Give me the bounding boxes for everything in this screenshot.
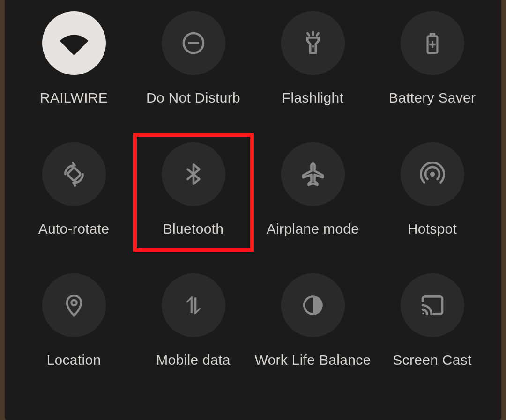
bluetooth-icon — [182, 162, 205, 186]
tile-location[interactable]: Location — [15, 272, 133, 370]
tile-work-life-balance-button[interactable] — [281, 273, 345, 337]
rotate-icon — [61, 161, 87, 187]
tile-wifi-button[interactable] — [42, 11, 106, 75]
wifi-icon — [58, 27, 90, 59]
tile-battery-saver-button[interactable] — [401, 11, 464, 75]
data-arrows-icon — [182, 294, 205, 317]
tile-mobile-data-label: Mobile data — [156, 352, 230, 368]
tile-hotspot-button[interactable] — [401, 142, 464, 206]
quick-settings-panel: RAILWIRE Do Not Disturb Flashl — [5, 0, 501, 420]
svg-point-14 — [422, 313, 424, 315]
globe-half-icon — [301, 294, 325, 317]
tile-battery-saver-label: Battery Saver — [389, 90, 476, 106]
flashlight-icon — [300, 30, 326, 56]
svg-line-2 — [307, 33, 309, 36]
tile-airplane[interactable]: Airplane mode — [254, 140, 372, 239]
tile-bluetooth-label: Bluetooth — [163, 221, 223, 237]
tile-wifi-label: RAILWIRE — [40, 90, 108, 106]
tile-auto-rotate-button[interactable] — [42, 142, 106, 206]
location-pin-icon — [62, 293, 86, 317]
svg-point-12 — [71, 300, 76, 305]
tile-hotspot[interactable]: Hotspot — [374, 140, 491, 239]
tile-dnd-label: Do Not Disturb — [146, 90, 240, 106]
tile-screen-cast-button[interactable] — [401, 273, 464, 337]
tile-bluetooth[interactable]: Bluetooth — [135, 140, 252, 239]
tile-auto-rotate[interactable]: Auto-rotate — [15, 140, 133, 239]
tile-work-life-balance-label: Work Life Balance — [254, 352, 371, 368]
tile-location-label: Location — [47, 352, 101, 368]
tile-work-life-balance[interactable]: Work Life Balance — [254, 272, 372, 370]
tile-mobile-data[interactable]: Mobile data — [135, 272, 252, 370]
tile-wifi[interactable]: RAILWIRE — [15, 9, 133, 108]
hotspot-icon — [419, 161, 446, 187]
svg-rect-10 — [67, 167, 81, 181]
dnd-icon — [180, 30, 207, 56]
tile-flashlight-label: Flashlight — [282, 90, 343, 106]
svg-line-4 — [317, 33, 319, 36]
tile-bluetooth-button[interactable] — [162, 142, 225, 206]
tile-location-button[interactable] — [42, 273, 106, 337]
battery-plus-icon — [421, 31, 444, 55]
tile-dnd-button[interactable] — [162, 11, 225, 75]
svg-point-11 — [430, 172, 434, 177]
tile-flashlight[interactable]: Flashlight — [254, 9, 372, 108]
quick-settings-grid: RAILWIRE Do Not Disturb Flashl — [5, 9, 501, 370]
tile-airplane-label: Airplane mode — [267, 221, 359, 237]
tile-flashlight-button[interactable] — [281, 11, 345, 75]
cast-icon — [419, 292, 446, 318]
tile-mobile-data-button[interactable] — [162, 273, 225, 337]
tile-auto-rotate-label: Auto-rotate — [38, 221, 110, 237]
tile-screen-cast-label: Screen Cast — [393, 352, 471, 368]
tile-airplane-button[interactable] — [281, 142, 345, 206]
svg-rect-7 — [430, 34, 434, 36]
airplane-icon — [300, 161, 326, 187]
tile-hotspot-label: Hotspot — [408, 221, 457, 237]
tile-screen-cast[interactable]: Screen Cast — [374, 272, 491, 370]
tile-battery-saver[interactable]: Battery Saver — [374, 9, 491, 108]
tile-dnd[interactable]: Do Not Disturb — [135, 9, 252, 108]
